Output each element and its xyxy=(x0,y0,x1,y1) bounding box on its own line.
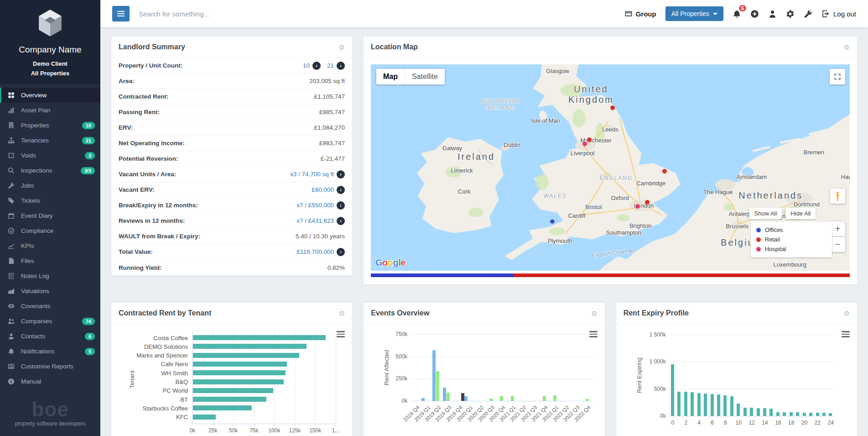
panel-settings-gear-icon[interactable]: ⚙ xyxy=(844,44,850,51)
summary-value-link[interactable]: x3 / 74,700 sq ft xyxy=(290,171,334,178)
location-map-panel: Location Map ⚙ xyxy=(363,36,858,285)
sidebar-item-notes-log[interactable]: Notes Log xyxy=(0,268,100,284)
map-marker-retail[interactable] xyxy=(610,105,615,110)
panel-title: Landlord Summary xyxy=(119,43,185,51)
summary-label: Passing Rent: xyxy=(119,109,160,116)
sidebar-item-customise-reports[interactable]: Customise Reports xyxy=(0,359,100,374)
map-legend-item-hospital[interactable]: Hospital xyxy=(756,244,826,254)
map-marker-hospital[interactable] xyxy=(635,204,640,209)
map-legend-item-offices[interactable]: Offices xyxy=(756,225,826,235)
panel-settings-gear-icon[interactable]: ⚙ xyxy=(339,310,345,317)
map-zoom-in-button[interactable]: + xyxy=(830,221,845,236)
x-tick-label: 2 xyxy=(684,420,687,426)
x-tick-label: 0 xyxy=(671,420,675,426)
google-map[interactable]: Map Satellite + − Show All xyxy=(371,64,850,271)
sidebar-item-companies[interactable]: Companies74 xyxy=(0,314,100,329)
drilldown-arrow-icon[interactable]: › xyxy=(337,248,345,256)
map-marker-offices[interactable] xyxy=(550,219,555,224)
rent-expiry-profile-panel: Rent Expiry Profile ⚙ 0k500k1 000k1 500k… xyxy=(616,302,858,436)
summary-value-link[interactable]: x7 / £550,000 xyxy=(296,202,334,209)
sidebar-item-manual[interactable]: Manual xyxy=(0,374,100,389)
map-type-satellite-button[interactable]: Satellite xyxy=(405,69,445,84)
logout-button[interactable]: Log out xyxy=(821,10,856,18)
chart-context-menu-button[interactable] xyxy=(336,329,346,340)
sidebar-nav: OverviewAsset PlanProperties10Tenancies2… xyxy=(0,84,100,396)
drilldown-arrow-icon[interactable]: › xyxy=(337,170,345,179)
add-button[interactable] xyxy=(750,10,759,18)
x-axis-line xyxy=(411,401,593,401)
map-legend-item-retail[interactable]: Retail xyxy=(756,235,826,244)
bar-cafe-nero xyxy=(193,362,287,367)
sidebar-item-tenancies[interactable]: Tenancies21 xyxy=(0,133,100,148)
sidebar-item-properties[interactable]: Properties10 xyxy=(0,118,100,133)
summary-values: £1,084,270 xyxy=(314,124,345,131)
map-marker-retail[interactable] xyxy=(645,200,650,205)
sidebar-item-tickets[interactable]: Tickets xyxy=(0,193,100,208)
sidebar-item-event-diary[interactable]: Event Diary xyxy=(0,208,100,223)
sidebar-item-inspections[interactable]: Inspections3/3 xyxy=(0,163,100,178)
chart-context-menu-button[interactable] xyxy=(841,329,851,340)
street-view-pegman[interactable] xyxy=(830,189,845,204)
category-label: KFC xyxy=(111,414,188,420)
sidebar-item-covenants[interactable]: Covenants xyxy=(0,299,100,314)
panel-settings-gear-icon[interactable]: ⚙ xyxy=(844,310,850,317)
legend-dot-icon xyxy=(756,237,761,242)
events-overview-panel: Events Overview ⚙ 0k250k500k750k2018 Q42… xyxy=(363,302,605,436)
chart-line-icon xyxy=(8,242,17,249)
user-profile-button[interactable] xyxy=(768,10,777,18)
map-marker-hospital[interactable] xyxy=(582,142,587,146)
summary-value-link[interactable]: 21 xyxy=(327,62,334,69)
sidebar-item-contacts[interactable]: Contacts6 xyxy=(0,329,100,344)
map-zoom-out-button[interactable]: − xyxy=(830,237,845,252)
panel-settings-gear-icon[interactable]: ⚙ xyxy=(591,310,597,317)
drilldown-arrow-icon[interactable]: › xyxy=(337,201,345,210)
notifications-bell-button[interactable]: 5 xyxy=(733,10,741,18)
map-type-map-button[interactable]: Map xyxy=(376,69,405,84)
legend-label: Offices xyxy=(765,226,783,233)
sidebar-item-notifications[interactable]: Notifications5 xyxy=(0,344,100,359)
sidebar-item-voids[interactable]: Voids3 xyxy=(0,148,100,163)
summary-value-link[interactable]: £119,700,000 xyxy=(296,248,334,255)
summary-value-link[interactable]: 10 xyxy=(303,62,310,69)
group-control[interactable]: Group xyxy=(624,10,656,18)
sidebar-item-compliance[interactable]: Compliance xyxy=(0,223,100,238)
search-input[interactable] xyxy=(139,10,376,18)
rent-expiry-chart: 0k500k1 000k1 500k024681012141618202224R… xyxy=(616,324,857,436)
summary-value-link[interactable]: x7 / £431,623 xyxy=(296,217,334,224)
tools-wrench-button[interactable] xyxy=(804,10,812,18)
summary-value-link[interactable]: £60,000 xyxy=(312,186,334,193)
x-tick-label: 18 xyxy=(788,420,794,426)
drilldown-arrow-icon[interactable]: › xyxy=(337,186,345,194)
sidebar-item-files[interactable]: Files xyxy=(0,253,100,268)
drilldown-arrow-icon[interactable]: › xyxy=(337,217,345,225)
events-overview-chart: 0k250k500k750k2018 Q42019 Q12019 Q22019 … xyxy=(364,324,604,436)
sidebar-item-valuations[interactable]: Valuations xyxy=(0,284,100,299)
column-bar xyxy=(822,413,826,416)
property-scope-dropdown[interactable]: All Properties xyxy=(665,6,723,21)
landlord-summary-panel: Landlord Summary ⚙ Property / Unit Count… xyxy=(111,36,353,276)
sidebar-item-overview[interactable]: Overview xyxy=(0,88,100,103)
settings-gears-button[interactable] xyxy=(786,10,795,18)
sidebar-item-jobs[interactable]: Jobs xyxy=(0,178,100,193)
column-bar xyxy=(500,396,503,401)
x-tick-label: 50k xyxy=(229,427,238,434)
menu-toggle-button[interactable] xyxy=(112,6,130,21)
column-bar xyxy=(421,398,425,401)
summary-label: WAULT from Break / Expiry: xyxy=(119,233,200,240)
x-tick-label: 25k xyxy=(208,427,217,434)
drilldown-arrow-icon[interactable]: › xyxy=(337,62,345,70)
map-marker-retail[interactable] xyxy=(662,169,667,173)
summary-values: £983,747 xyxy=(319,140,345,147)
summary-label: Potential Reversion: xyxy=(119,155,178,162)
sidebar-item-kpis[interactable]: KPIs xyxy=(0,238,100,253)
map-marker-retail[interactable] xyxy=(587,137,592,142)
summary-row: Area:203,005 sq ft xyxy=(119,74,345,89)
chart-context-menu-button[interactable] xyxy=(588,329,598,340)
drilldown-arrow-icon[interactable]: › xyxy=(312,62,321,70)
hide-all-button[interactable]: Hide All xyxy=(785,208,816,219)
panel-header: Events Overview ⚙ xyxy=(364,303,604,324)
show-all-button[interactable]: Show All xyxy=(749,208,782,219)
panel-settings-gear-icon[interactable]: ⚙ xyxy=(339,44,345,51)
sidebar-item-asset-plan[interactable]: Asset Plan xyxy=(0,103,100,118)
map-fullscreen-button[interactable] xyxy=(830,69,845,84)
